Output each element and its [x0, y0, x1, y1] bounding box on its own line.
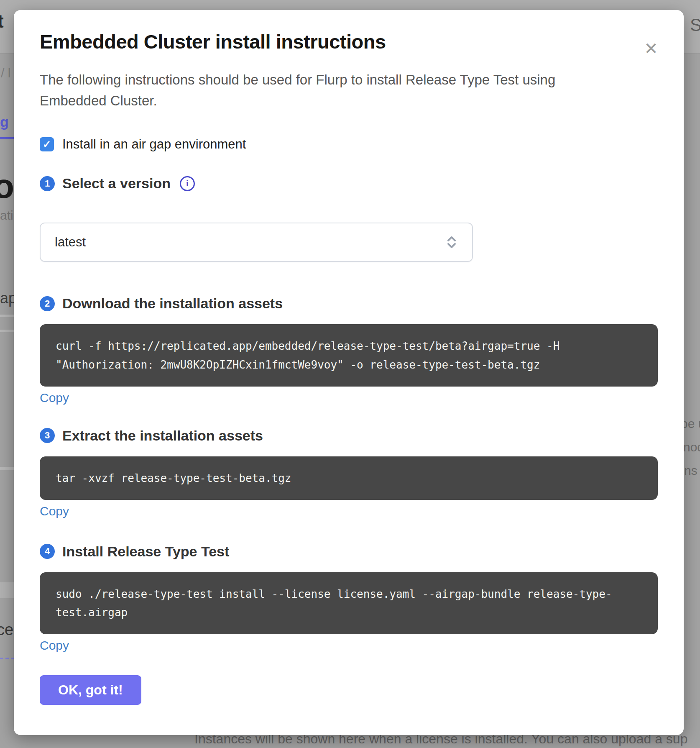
- copy-extract-command-link[interactable]: Copy: [40, 505, 69, 517]
- step-4-title: Install Release Type Test: [62, 543, 229, 560]
- background-text-fragment: S: [690, 15, 700, 35]
- background-logo-fragment: t: [0, 11, 4, 32]
- background-text-fragment: ce: [0, 621, 13, 639]
- airgap-checkbox-row: ✓ Install in an air gap environment: [40, 137, 658, 152]
- extract-command-code-block: tar -xvzf release-type-test-beta.tgz: [40, 456, 658, 500]
- breadcrumb-fragment: / l: [1, 66, 10, 80]
- background-active-tab-fragment: g: [0, 114, 9, 130]
- chevron-up-down-icon: [445, 235, 458, 249]
- step-2-title: Download the installation assets: [62, 295, 283, 312]
- download-command-code-block: curl -f https://replicated.app/embedded/…: [40, 324, 658, 386]
- version-select-value: latest: [55, 235, 86, 250]
- background-text-fragment: ns: [684, 464, 697, 478]
- modal-title: Embedded Cluster install instructions: [40, 30, 658, 54]
- step-1-header: 1 Select a version i: [40, 175, 658, 192]
- step-1-badge: 1: [40, 176, 55, 191]
- copy-install-command-link[interactable]: Copy: [40, 639, 69, 652]
- airgap-checkbox[interactable]: ✓: [40, 137, 54, 151]
- info-icon[interactable]: i: [180, 176, 195, 191]
- step-2-header: 2 Download the installation assets: [40, 295, 658, 312]
- background-heading-fragment: o: [0, 167, 14, 206]
- step-3-badge: 3: [40, 428, 55, 443]
- install-instructions-modal: ✕ Embedded Cluster install instructions …: [14, 10, 684, 735]
- step-3-header: 3 Extract the installation assets: [40, 428, 658, 444]
- background-text-fragment: ati: [0, 208, 13, 223]
- step-2-badge: 2: [40, 296, 55, 311]
- copy-download-command-link[interactable]: Copy: [40, 392, 69, 404]
- airgap-checkbox-label: Install in an air gap environment: [62, 137, 246, 152]
- close-icon[interactable]: ✕: [640, 38, 662, 59]
- step-3-title: Extract the installation assets: [62, 428, 263, 444]
- install-command-code-block: sudo ./release-type-test install --licen…: [40, 572, 658, 634]
- step-1-title: Select a version: [62, 175, 171, 192]
- ok-got-it-button[interactable]: OK, got it!: [40, 675, 141, 705]
- background-dashed-link-fragment: [0, 658, 14, 659]
- step-4-header: 4 Install Release Type Test: [40, 543, 658, 560]
- modal-description: The following instructions should be use…: [40, 69, 588, 111]
- version-select[interactable]: latest: [40, 223, 473, 262]
- step-4-badge: 4: [40, 544, 55, 559]
- background-text-fragment: nod: [683, 440, 700, 454]
